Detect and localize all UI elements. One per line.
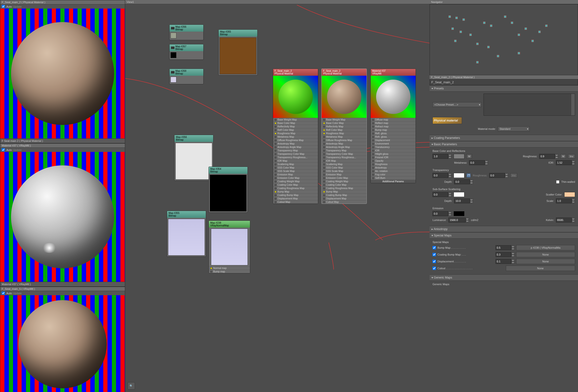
node-slot[interactable]: Diffuse map: [371, 118, 416, 121]
input-port[interactable]: [372, 119, 374, 121]
rollup-header-generic[interactable]: Generic Maps: [430, 275, 578, 281]
emission-spinner[interactable]: ▴▾: [433, 211, 452, 216]
node-slot[interactable]: IOR: [371, 149, 416, 152]
input-port[interactable]: [323, 143, 325, 145]
input-port[interactable]: [275, 139, 277, 141]
input-port[interactable]: [372, 139, 374, 141]
node-material-3[interactable]: Material #37 VRayMtl Diffuse mapReflect …: [370, 69, 416, 183]
input-port[interactable]: [323, 177, 325, 179]
node-slot[interactable]: Reflectivity Map: [322, 125, 367, 128]
node-slot[interactable]: Base Weight Map: [273, 118, 318, 121]
node-slot[interactable]: Coating Roughness Map: [322, 187, 367, 190]
node-slot[interactable]: SSS Color Map: [273, 166, 318, 169]
node-slot[interactable]: Displacement Map: [273, 197, 318, 200]
input-port[interactable]: [275, 184, 277, 186]
cutout-map-button[interactable]: None: [506, 266, 575, 271]
node-extra[interactable]: Additional Params: [371, 180, 416, 183]
node-slot[interactable]: Anisotropy: [371, 166, 416, 169]
input-port[interactable]: [275, 143, 277, 145]
input-port[interactable]: [210, 271, 212, 273]
input-port[interactable]: [275, 157, 277, 158]
node-slot[interactable]: Environment: [371, 142, 416, 145]
input-port[interactable]: [323, 146, 325, 148]
trans-color-swatch[interactable]: [454, 173, 464, 178]
input-port[interactable]: [323, 136, 325, 138]
node-slot[interactable]: Self-Illum: [371, 176, 416, 180]
node-header[interactable]: F_Seat_main_2 Physical Material: [322, 69, 367, 76]
inv-button-2[interactable]: Inv: [510, 173, 517, 178]
input-port[interactable]: [372, 126, 374, 128]
node-slot[interactable]: An. rotation: [371, 169, 416, 173]
disp-spinner[interactable]: ▴▾: [496, 259, 515, 264]
node-map-356[interactable]: Map #356 Bitmap: [174, 135, 213, 181]
node-slot[interactable]: Transparency Map: [322, 149, 367, 152]
node-slot[interactable]: Bump Map: [273, 190, 318, 193]
node-slot[interactable]: Diffuse Roughness Map: [273, 138, 318, 142]
auto-checkbox-2[interactable]: [2, 148, 5, 152]
collapse-icon[interactable]: [171, 46, 174, 49]
node-slot[interactable]: Cutout Map: [273, 200, 318, 204]
node-slot[interactable]: Coating Color Map: [273, 183, 318, 187]
node-slot[interactable]: Coating Color Map: [322, 183, 367, 187]
input-port[interactable]: [275, 174, 277, 176]
preset-list-box[interactable]: [483, 94, 575, 116]
input-port[interactable]: [323, 122, 325, 124]
trans-spinner[interactable]: ▴▾: [433, 173, 452, 178]
node-slot[interactable]: Refl. gloss.: [371, 132, 416, 135]
node-slot[interactable]: Reflectivity Map: [273, 125, 318, 128]
node-slot[interactable]: Metalness Map: [322, 135, 367, 138]
node-slot[interactable]: Displacement Map: [322, 197, 367, 200]
scatter-color-swatch[interactable]: [564, 192, 575, 197]
node-header[interactable]: Map #267 Bitmap: [170, 44, 203, 51]
node-slot[interactable]: Transparency Map: [273, 149, 318, 152]
node-map-267[interactable]: Map #267 Bitmap: [169, 44, 204, 60]
node-slot[interactable]: Anisotropy Map: [322, 142, 367, 145]
base-color-swatch[interactable]: [454, 154, 464, 159]
metalness-spinner[interactable]: ▴▾: [469, 160, 488, 165]
node-slot[interactable]: Roughness Map: [322, 132, 367, 135]
luminance-spinner[interactable]: ▴▾: [448, 218, 469, 223]
node-slot[interactable]: Transparency Color Map: [322, 152, 367, 156]
node-slot[interactable]: Refl Color Map: [273, 128, 318, 132]
bump-map-button[interactable]: p #238 ( VRayNormalMa: [516, 245, 575, 250]
node-slot[interactable]: Emission Map: [322, 173, 367, 176]
input-port[interactable]: [372, 150, 374, 152]
node-slot[interactable]: Anisotropy Angle Map: [322, 145, 367, 149]
preview-image-2[interactable]: [0, 152, 125, 282]
cutout-checkbox[interactable]: [433, 267, 436, 270]
input-port[interactable]: [323, 184, 325, 186]
node-slot[interactable]: Bump map: [209, 270, 250, 273]
scrollbar[interactable]: [571, 94, 575, 116]
node-slot[interactable]: Coating Bump Map: [322, 193, 367, 197]
input-port[interactable]: [323, 153, 325, 155]
node-slot[interactable]: Bump Map: [322, 190, 367, 193]
kelvin-spinner[interactable]: ▴▾: [556, 218, 575, 223]
node-slot[interactable]: Scattering Map: [273, 162, 318, 166]
node-slot[interactable]: Emission Color Map: [273, 176, 318, 180]
input-port[interactable]: [323, 191, 325, 193]
node-slot[interactable]: Bump map: [371, 128, 416, 132]
input-port[interactable]: [275, 150, 277, 152]
node-slot[interactable]: IOR Map: [273, 159, 318, 162]
depth-spinner[interactable]: ▴▾: [454, 179, 473, 184]
sss-depth-spinner[interactable]: ▴▾: [454, 198, 473, 203]
node-map-266[interactable]: Map #266 Bitmap: [169, 25, 204, 40]
input-port[interactable]: [372, 133, 374, 134]
node-slot[interactable]: Displacement: [371, 138, 416, 142]
node-slot[interactable]: Refract map: [371, 125, 416, 128]
rollup-header-anisotropy[interactable]: Anisotropy: [430, 226, 578, 232]
node-header[interactable]: Map #238 VRayNormalMap: [209, 221, 250, 228]
disp-checkbox[interactable]: [433, 260, 436, 263]
node-slot[interactable]: Reflect map: [371, 121, 416, 125]
node-slot[interactable]: Diffuse Roughness Map: [322, 138, 367, 142]
input-port[interactable]: [372, 153, 374, 155]
node-slot[interactable]: Fog color: [371, 173, 416, 176]
input-port[interactable]: [372, 136, 374, 138]
node-map-265[interactable]: Map #265 Bitmap: [218, 29, 258, 76]
input-port[interactable]: [372, 146, 374, 148]
input-port[interactable]: [323, 129, 325, 131]
node-slot[interactable]: Normal map: [209, 266, 250, 270]
node-slot[interactable]: Refl Color Map: [322, 128, 367, 132]
node-map-355[interactable]: Map #355 Bitmap: [167, 211, 206, 257]
node-slot[interactable]: Refr. gloss.: [371, 135, 416, 138]
